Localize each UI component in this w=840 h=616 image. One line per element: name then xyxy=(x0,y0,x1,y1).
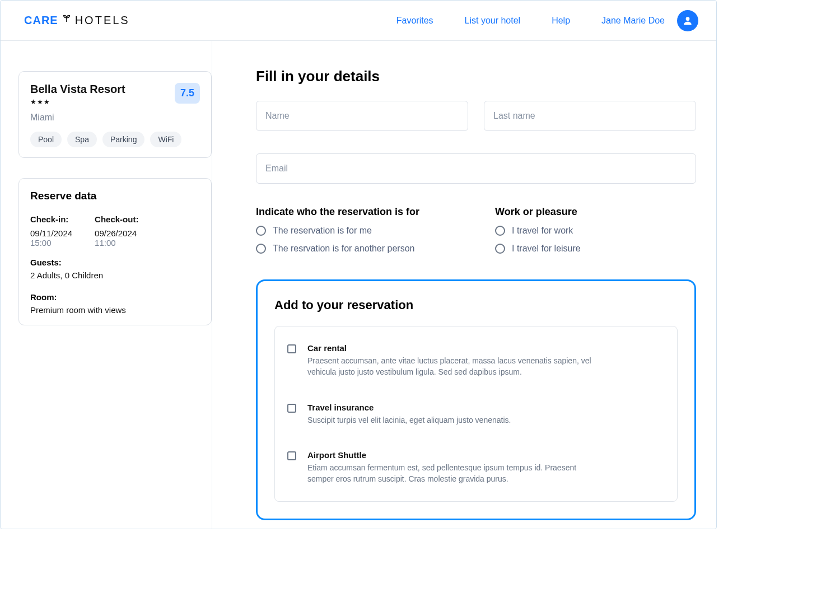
main-content: Fill in your details Indicate who the re… xyxy=(212,41,716,529)
nav-user-name[interactable]: Jane Marie Doe xyxy=(601,16,665,26)
checkin-label: Check-in: xyxy=(30,214,72,224)
form-title: Fill in your details xyxy=(256,68,696,85)
checkout-time: 11:00 xyxy=(95,238,138,248)
room-value: Premium room with views xyxy=(30,305,200,315)
amenity-tag: Pool xyxy=(30,132,62,147)
checkbox-car-rental[interactable] xyxy=(287,344,296,353)
checkout-date: 09/26/2024 xyxy=(95,228,138,238)
amenity-tag: Spa xyxy=(67,132,97,147)
radio-icon xyxy=(495,244,505,254)
addons-title: Add to your reservation xyxy=(274,298,678,312)
addon-airport-shuttle: Airport Shuttle Etiam accumsan fermentum… xyxy=(287,441,665,494)
radio-icon xyxy=(256,244,266,254)
nav-favorites[interactable]: Favorites xyxy=(396,16,433,26)
checkbox-travel-insurance[interactable] xyxy=(287,404,296,413)
addon-desc: Etiam accumsan fermentum est, sed pellen… xyxy=(307,462,599,485)
addon-title: Travel insurance xyxy=(307,403,511,412)
svg-point-0 xyxy=(686,17,690,21)
addon-desc: Suscipit turpis vel elit lacinia, eget a… xyxy=(307,414,511,426)
reserve-data-card: Reserve data Check-in: 09/11/2024 15:00 … xyxy=(18,178,212,325)
sidebar: Bella Vista Resort ★★★ 7.5 Miami Pool Sp… xyxy=(1,41,212,529)
radio-icon xyxy=(495,226,505,236)
amenity-tag: WiFi xyxy=(150,132,181,147)
addon-desc: Praesent accumsan, ante vitae luctus pla… xyxy=(307,355,599,378)
addons-list: Car rental Praesent accumsan, ante vitae… xyxy=(274,326,678,502)
email-input[interactable] xyxy=(256,153,696,184)
addon-title: Airport Shuttle xyxy=(307,450,599,460)
radio-label: The reservation is for me xyxy=(273,226,372,236)
hotel-summary-card: Bella Vista Resort ★★★ 7.5 Miami Pool Sp… xyxy=(18,71,212,158)
guests-label: Guests: xyxy=(30,258,200,267)
radio-label: The resrvation is for another person xyxy=(273,244,414,254)
checkout-label: Check-out: xyxy=(95,214,138,224)
addon-travel-insurance: Travel insurance Suscipit turpis vel eli… xyxy=(287,394,665,441)
radio-work[interactable]: I travel for work xyxy=(495,226,696,236)
reserve-title: Reserve data xyxy=(30,190,200,202)
checkin-date: 09/11/2024 xyxy=(30,228,72,238)
person-icon xyxy=(682,15,693,26)
addon-car-rental: Car rental Praesent accumsan, ante vitae… xyxy=(287,334,665,394)
radio-label: I travel for leisure xyxy=(512,244,581,254)
checkin-time: 15:00 xyxy=(30,238,72,248)
radio-leisure[interactable]: I travel for leisure xyxy=(495,244,696,254)
radio-for-another[interactable]: The resrvation is for another person xyxy=(256,244,457,254)
reservation-for-title: Indicate who the reservation is for xyxy=(256,206,457,218)
nav-list-hotel[interactable]: List your hotel xyxy=(465,16,521,26)
nav: Favorites List your hotel Help Jane Mari… xyxy=(396,10,698,31)
hotel-stars: ★★★ xyxy=(30,98,125,106)
hotel-name: Bella Vista Resort xyxy=(30,83,125,96)
logo-care: CARE xyxy=(24,14,58,27)
addons-panel: Add to your reservation Car rental Praes… xyxy=(256,279,696,520)
header: CARE HOTELS Favorites List your hotel He… xyxy=(1,1,716,41)
hotel-city: Miami xyxy=(30,113,200,123)
work-pleasure-title: Work or pleasure xyxy=(495,206,696,218)
sprout-icon xyxy=(62,13,72,26)
checkbox-airport-shuttle[interactable] xyxy=(287,451,296,460)
amenity-tags: Pool Spa Parking WiFi xyxy=(30,132,200,147)
radio-for-me[interactable]: The reservation is for me xyxy=(256,226,457,236)
nav-help[interactable]: Help xyxy=(552,16,570,26)
radio-icon xyxy=(256,226,266,236)
guests-value: 2 Adults, 0 Children xyxy=(30,270,200,280)
room-label: Room: xyxy=(30,292,200,302)
hotel-rating: 7.5 xyxy=(175,83,200,104)
first-name-input[interactable] xyxy=(256,101,468,131)
user-avatar[interactable] xyxy=(677,10,698,31)
last-name-input[interactable] xyxy=(484,101,696,131)
logo[interactable]: CARE HOTELS xyxy=(24,14,130,27)
logo-hotels: HOTELS xyxy=(75,14,130,27)
amenity-tag: Parking xyxy=(102,132,144,147)
radio-label: I travel for work xyxy=(512,226,573,236)
addon-title: Car rental xyxy=(307,343,599,353)
